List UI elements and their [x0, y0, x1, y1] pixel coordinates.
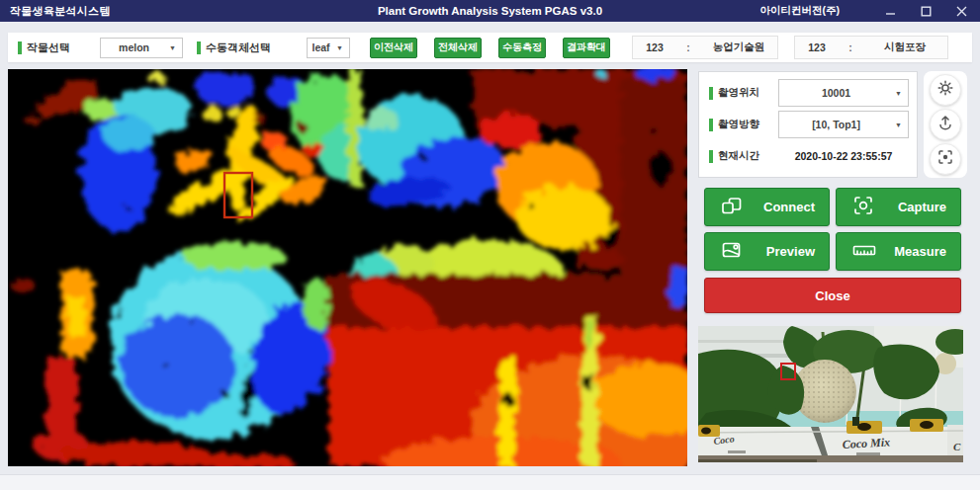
upload-button[interactable]: [930, 109, 961, 140]
accent-bar: [709, 87, 713, 100]
current-time-row: 현재시간 2020-10-22 23:55:57: [709, 140, 909, 172]
direction-dropdown[interactable]: [10, Top1] ▼: [778, 111, 909, 138]
bag-label-right: C: [953, 441, 961, 452]
focus-center-button[interactable]: [930, 143, 961, 175]
minimize-icon[interactable]: [879, 3, 901, 19]
connect-icon: [719, 193, 745, 222]
measure-button[interactable]: Measure: [836, 232, 961, 271]
test-field-field: 123 : 시험포장: [794, 36, 948, 59]
crop-select-dropdown[interactable]: melon ▼: [100, 38, 183, 58]
location-label: 촬영위치: [718, 86, 759, 100]
chevron-down-icon: ▼: [167, 44, 182, 51]
chevron-down-icon: ▼: [334, 44, 349, 51]
direction-row: 촬영방향 [10, Top1] ▼: [709, 109, 909, 140]
capture-button[interactable]: Capture: [836, 188, 961, 226]
institute-name: 농업기술원: [700, 41, 777, 54]
capture-label: Capture: [898, 200, 946, 214]
location-dropdown[interactable]: 10001 ▼: [778, 79, 909, 107]
accent-bar: [197, 41, 201, 54]
separator: :: [676, 41, 700, 53]
bag-label: Coco Mix: [842, 435, 890, 451]
capture-settings-panel: 촬영위치 10001 ▼ 촬영방향 [10, Top1] ▼ 현재시간 2020…: [698, 71, 918, 178]
manual-measure-button[interactable]: 수동측정: [498, 38, 546, 58]
connect-label: Connect: [763, 200, 815, 214]
focus-center-icon: [936, 148, 954, 170]
accent-bar: [709, 119, 713, 131]
result-zoom-button[interactable]: 결과확대: [563, 38, 610, 58]
maximize-icon[interactable]: [915, 3, 936, 19]
status-footer: [0, 474, 980, 490]
gear-icon: [936, 79, 954, 101]
accent-bar: [18, 41, 22, 54]
measure-icon: [850, 237, 878, 267]
institute-code: 123: [633, 41, 676, 53]
preview-label: Preview: [766, 244, 815, 259]
measure-label: Measure: [894, 244, 946, 259]
direction-label: 촬영방향: [718, 118, 759, 131]
titlebar: 작물생육분석시스템 Plant Growth Analysis System P…: [0, 0, 980, 22]
rgb-photo-preview[interactable]: Coco Mix Coco C: [698, 326, 963, 462]
current-time-label: 현재시간: [718, 149, 759, 163]
close-button[interactable]: Close: [704, 278, 961, 313]
chevron-down-icon: ▼: [893, 90, 908, 97]
toolbar: 작물선택 melon ▼ 수동객체선택 leaf ▼ 이전삭제 전체삭제 수동측…: [8, 33, 972, 62]
object-select-value: leaf: [308, 41, 334, 53]
close-label: Close: [815, 288, 849, 303]
preview-icon: [719, 237, 745, 267]
institute-field: 123 : 농업기술원: [632, 36, 778, 59]
settings-gear-button[interactable]: [930, 74, 961, 106]
crop-select-label: 작물선택: [27, 41, 70, 55]
connect-button[interactable]: Connect: [704, 188, 830, 226]
accent-bar: [709, 150, 713, 163]
direction-value: [10, Top1]: [779, 119, 893, 130]
object-select-dropdown[interactable]: leaf ▼: [307, 38, 350, 58]
depth-map-view[interactable]: [8, 69, 687, 466]
chevron-down-icon: ▼: [893, 122, 908, 128]
object-select-label: 수동객체선택: [206, 41, 271, 55]
crop-select-value: melon: [101, 41, 167, 53]
test-field-name: 시험포장: [862, 41, 947, 54]
current-time-value: 2020-10-22 23:55:57: [778, 150, 909, 162]
upload-icon: [936, 114, 954, 135]
company-name: 아이티컨버전(주): [760, 4, 841, 18]
preview-button[interactable]: Preview: [704, 232, 830, 271]
close-icon[interactable]: [950, 3, 972, 19]
location-row: 촬영위치 10001 ▼: [709, 77, 909, 109]
side-icon-strip: [924, 71, 967, 178]
capture-icon: [850, 193, 876, 222]
delete-previous-button[interactable]: 이전삭제: [370, 38, 417, 58]
test-field-code: 123: [795, 41, 839, 53]
location-value: 10001: [779, 87, 893, 99]
delete-all-button[interactable]: 전체삭제: [434, 38, 482, 58]
separator: :: [839, 41, 862, 53]
app-window: 작물생육분석시스템 Plant Growth Analysis System P…: [0, 0, 980, 490]
